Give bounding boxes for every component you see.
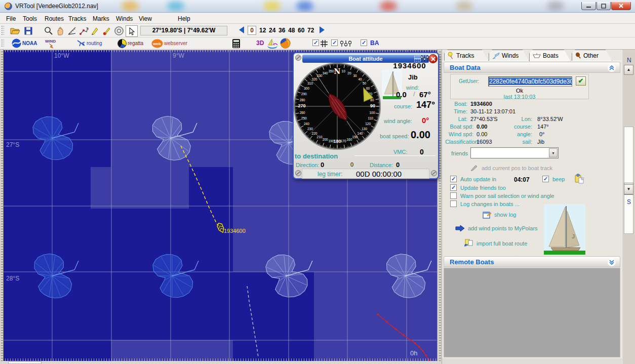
update-friends-checkbox[interactable]: ✓ [450,184,457,191]
boat-attitude-panel[interactable]: Boat attitude 10203040506070809010011012… [293,52,439,179]
remote-boats-header[interactable]: Remote Boats [444,256,620,267]
friends-dropdown[interactable]: ▼ [470,147,559,158]
collapse-up-icon[interactable] [608,64,616,72]
map-pan-bar: N ▲ ▼ S [622,50,635,364]
warn-sail-checkbox[interactable] [450,192,457,199]
zoom-tool-icon[interactable] [43,25,54,36]
import-pages-icon [464,239,473,248]
tab-tracks[interactable]: Tracks [444,50,489,61]
cursor-coordinates: 27°19.80'S | 7°49.62'W [140,26,227,35]
target-tool-icon[interactable] [113,25,124,36]
warn-sail-row: Warn poor sail selection or wind angle [450,192,554,199]
route-tool-icon[interactable] [78,25,89,36]
tab-other[interactable]: Other [572,50,612,61]
remote-boats-list[interactable] [444,268,620,357]
log-changes-row: Log changes in boats ... [450,200,520,207]
svg-text:200: 200 [323,138,328,141]
getuser-input[interactable]: 2282e0fe4740a0bfc503d9de30 [488,76,572,87]
menu-tools[interactable]: Tools [21,14,39,23]
open-file-icon[interactable] [10,25,20,36]
time-step-60[interactable]: 60 [298,27,304,34]
toolbar-grip[interactable] [1,39,4,48]
menu-tracks[interactable]: Tracks [66,14,89,23]
auto-update-checkbox[interactable]: ✓ [450,176,457,182]
wind-icon[interactable]: WiND [45,38,59,49]
getuser-status: Ok [451,88,588,94]
step-back-icon[interactable] [239,26,244,33]
tab-winds[interactable]: Winds [489,50,529,61]
log-changes-checkbox[interactable] [450,200,457,207]
clipboard-icon[interactable] [575,174,585,184]
time-step-0[interactable]: 0 [248,26,256,35]
svg-text:28°S: 28°S [6,275,19,282]
measure-tool-icon[interactable] [67,25,77,36]
brush-tool-icon[interactable] [101,25,111,36]
tab-boats[interactable]: Boats [529,50,571,61]
svg-text:60: 60 [366,87,370,90]
regatta-label[interactable]: regatta [128,41,143,46]
step-forward-icon[interactable] [320,26,325,33]
time-step-72[interactable]: 72 [307,27,314,34]
distance-value: 0 [396,161,400,169]
horizontal-scrollbar[interactable] [8,361,42,364]
menu-view[interactable]: View [137,14,154,23]
grid-layer-checkbox[interactable]: ✓ [312,39,319,46]
minimize-button[interactable] [581,2,596,10]
pen-tool-icon[interactable] [90,25,100,36]
calculator-icon[interactable] [231,38,242,49]
time-step-12[interactable]: 12 [259,27,266,34]
show-log-action[interactable]: show log [483,211,516,219]
vrtool-window: { "window": { "title": "VRTool [VendeeGl… [0,0,635,364]
close-button[interactable] [611,2,631,10]
screw-icon [431,170,438,177]
time-step-24[interactable]: 24 [269,27,275,34]
getuser-confirm-button[interactable]: ✔ [576,76,586,86]
noaa-icon[interactable] [11,38,22,49]
routing-icon[interactable] [76,38,87,49]
drumstick-icon [575,52,581,59]
wind-direction-value: 67° [419,90,431,99]
time-step-36[interactable]: 36 [279,27,285,34]
routing-label[interactable]: routing [87,41,102,46]
webserver-icon[interactable]: web [151,38,163,49]
dropdown-arrow-icon[interactable]: ▼ [549,148,558,157]
regatta-icon[interactable] [116,38,127,49]
course-value: 147° [416,100,435,110]
sliders-layer-checkbox[interactable]: ✓ [331,39,338,46]
menu-marks[interactable]: Marks [91,14,111,23]
sail-sweep-icon[interactable] [267,38,277,49]
maximize-icon [601,4,606,9]
menu-file[interactable]: File [4,14,18,23]
row-boat: Boat: 1934600 [446,101,613,108]
import-route-action[interactable]: import full boat route [464,239,527,248]
beep-checkbox[interactable]: ✓ [542,176,549,182]
boat-data-header[interactable]: Boat Data [444,62,620,73]
pan-scrollbar-track[interactable] [624,127,633,234]
3d-view-button[interactable]: 3D [256,39,264,47]
ba-layer-label[interactable]: BA [370,39,379,47]
maximize-button[interactable] [597,2,611,10]
svg-text:170: 170 [341,139,346,143]
pan-up-button[interactable]: ▲ [624,65,633,75]
collapse-down-icon[interactable] [608,258,616,266]
save-icon[interactable] [23,25,33,36]
title-bar[interactable]: VRTool [VendeeGlob2012.nav] [0,0,635,13]
menu-routes[interactable]: Routes [43,14,66,23]
add-wind-points-action[interactable]: add wind points to MyPolars [455,225,538,232]
pan-hand-icon[interactable] [55,25,66,36]
row-latlon: Lat: 27°40.53'S Lon: 8°33.52'W [446,116,613,124]
svg-text:190: 190 [328,139,334,143]
menu-winds[interactable]: Winds [114,14,135,23]
webserver-label[interactable]: webserver [164,41,187,46]
cursor-tool-selected[interactable] [126,25,138,37]
svg-text:340: 340 [323,71,328,75]
firefox-icon[interactable] [280,38,291,49]
pan-down-button[interactable]: ▼ [624,184,633,194]
ba-layer-checkbox[interactable]: ✓ [361,39,367,46]
svg-text:350: 350 [328,69,334,73]
toolbar-grip[interactable] [1,25,4,35]
screw-icon [295,55,302,61]
menu-help[interactable]: Help [176,14,192,23]
noaa-label[interactable]: NOAA [22,41,37,46]
time-step-48[interactable]: 48 [288,27,295,34]
